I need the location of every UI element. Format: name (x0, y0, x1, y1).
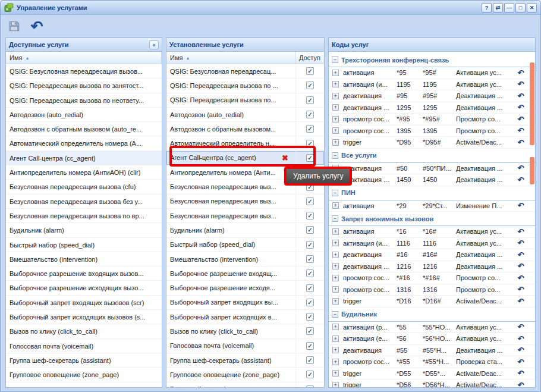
service-code-row[interactable]: +активация*95*95#Активация ус...↶ (329, 67, 535, 79)
undo-icon[interactable]: ↶ (512, 322, 529, 331)
available-service-row[interactable]: Групповое оповещение (zone_page) (6, 368, 162, 382)
undo-icon[interactable]: ↶ (512, 274, 529, 283)
installed-service-row[interactable]: Выборочное разрешение входящ...✓ (166, 266, 324, 281)
undo-icon[interactable]: ↶ (512, 201, 529, 210)
installed-service-row[interactable]: Автодозвон (auto_redial)✓ (166, 108, 324, 122)
minimize-button[interactable]: — (504, 3, 514, 12)
undo-icon[interactable]: ↶ (512, 357, 529, 366)
undo-button[interactable]: ↶ (28, 17, 46, 35)
available-service-row[interactable]: Выборочный запрет входящих вызовов (scr) (6, 296, 162, 310)
access-checkbox[interactable]: ✓ (306, 284, 314, 292)
undo-icon[interactable]: ↶ (512, 115, 529, 124)
service-code-row[interactable]: +активация (и...11161116Активация ус...↶ (329, 238, 535, 250)
expand-row-icon[interactable]: + (332, 298, 339, 305)
available-service-row[interactable]: Вызов по клику (click_to_call) (6, 324, 162, 338)
access-checkbox[interactable]: ✓ (306, 197, 314, 205)
installed-service-row[interactable]: Выборочный запрет входящих вы...✓ (166, 296, 324, 310)
service-code-row[interactable]: +активация*29*29*Ст...Изменение П...↶ (329, 200, 535, 212)
undo-icon[interactable]: ↶ (512, 369, 529, 378)
access-checkbox[interactable]: ✓ (306, 299, 314, 306)
access-checkbox[interactable]: ✓ (306, 356, 314, 364)
available-service-row[interactable]: Групповой вызов (спа... (6, 382, 162, 387)
installed-service-row[interactable]: Выборочный запрет исходящих в...✓ (166, 310, 324, 324)
collapse-group-icon[interactable]: − (332, 152, 338, 159)
access-checkbox[interactable]: ✓ (306, 140, 314, 148)
available-service-row[interactable]: Выборочный запрет исходящих вызовов (s..… (6, 310, 162, 324)
access-checkbox[interactable]: ✓ (306, 67, 314, 75)
collapse-group-icon[interactable]: − (332, 215, 338, 222)
access-checkbox[interactable]: ✓ (306, 154, 314, 162)
expand-row-icon[interactable]: + (332, 70, 339, 76)
access-checkbox[interactable]: ✓ (306, 125, 314, 133)
installed-service-row[interactable]: Агент Call-центра (cc_agent)✖✓ (166, 151, 324, 165)
service-code-row[interactable]: +деактивация ...12161216Деактивация ...↶ (329, 261, 535, 273)
access-checkbox[interactable]: ✓ (306, 269, 314, 277)
access-checkbox[interactable]: ✓ (306, 385, 314, 387)
available-service-row[interactable]: Выборочное разрешение исходящих вызо... (6, 281, 162, 295)
undo-icon[interactable]: ↶ (512, 262, 529, 271)
code-group-row[interactable]: −Запрет анонимных вызовов (329, 212, 535, 226)
expand-row-icon[interactable]: + (332, 116, 339, 123)
expand-row-icon[interactable]: + (332, 240, 339, 246)
expand-row-icon[interactable]: + (332, 252, 339, 258)
expand-row-icon[interactable]: + (332, 324, 339, 330)
undo-icon[interactable]: ↶ (512, 175, 529, 184)
installed-service-row[interactable]: Вызов по клику (click_to_call)✓ (166, 324, 324, 338)
expand-row-icon[interactable]: + (332, 104, 339, 111)
access-checkbox[interactable]: ✓ (306, 371, 314, 378)
installed-service-row[interactable]: Безусловная переадресация выз...✓ (166, 195, 324, 209)
service-code-row[interactable]: +деактивация#55#55*Н...Деактивация ...↶ (329, 345, 535, 357)
installed-service-row[interactable]: Групповое оповещение (zone_page)✓ (166, 368, 324, 382)
undo-icon[interactable]: ↶ (512, 239, 529, 247)
expand-row-icon[interactable]: + (332, 347, 339, 353)
available-service-row[interactable]: Антиопределитель номера (АнтиАОН) (clir) (6, 165, 162, 180)
expand-row-icon[interactable]: + (332, 127, 339, 134)
undo-icon[interactable]: ↶ (512, 80, 529, 89)
expand-row-icon[interactable]: + (332, 275, 339, 281)
service-code-row[interactable]: +деактивация ...14501450Деактивация ...↶ (329, 174, 535, 186)
code-group-row[interactable]: −Все услуги (329, 149, 535, 163)
service-code-row[interactable]: +просмотр сос...*#95*#95#Просмотр со...↶ (329, 114, 535, 126)
collapse-panel-button[interactable]: « (149, 40, 159, 49)
installed-service-row[interactable]: Будильник (alarm)✓ (166, 223, 324, 237)
available-service-row[interactable]: Агент Call-центра (cc_agent) (6, 151, 162, 165)
installed-service-row[interactable]: Групповой вызов (спа...✓ (166, 382, 324, 387)
service-code-row[interactable]: +активация (е...*56*56*НО...Активация ус… (329, 333, 535, 345)
installed-service-row[interactable]: Группа шеф-секретарь (assistant)✓ (166, 353, 324, 368)
expand-row-icon[interactable]: + (332, 81, 339, 87)
collapse-group-icon[interactable]: − (332, 190, 338, 196)
available-service-row[interactable]: Вмешательство (intervention) (6, 252, 162, 266)
save-button[interactable] (5, 17, 23, 35)
service-code-row[interactable]: +просмотр сос...13951395Просмотр со...↶ (329, 126, 535, 137)
collapse-group-icon[interactable]: − (332, 57, 338, 63)
delete-service-icon[interactable]: ✖ (282, 153, 292, 162)
undo-icon[interactable]: ↶ (512, 103, 529, 112)
access-checkbox[interactable]: ✓ (306, 226, 314, 234)
service-code-row[interactable]: +trigger*D95*D95#Activate/Deac...↶ (329, 137, 535, 149)
expand-row-icon[interactable]: + (332, 263, 339, 269)
access-checkbox[interactable]: ✓ (306, 212, 314, 219)
available-service-row[interactable]: Быстрый набор (speed_dial) (6, 238, 162, 252)
expand-row-icon[interactable]: + (332, 139, 339, 146)
available-service-row[interactable]: Автоматический определитель номера (А... (6, 136, 162, 150)
available-service-row[interactable]: Выборочное разрешение входящих вызов... (6, 266, 162, 281)
expand-row-icon[interactable]: + (332, 228, 339, 235)
service-code-row[interactable]: +активация (и...11951195Активация ус...↶ (329, 79, 535, 91)
available-service-row[interactable]: Группа шеф-секретарь (assistant) (6, 353, 162, 368)
help-button[interactable]: ? (482, 3, 492, 12)
service-code-row[interactable]: +активация*16*16#Активация ус...↶ (329, 226, 535, 238)
undo-icon[interactable]: ↶ (512, 285, 529, 294)
installed-service-row[interactable]: QSIG: Переадресация вызова по...✓ (166, 93, 324, 108)
access-checkbox[interactable]: ✓ (306, 313, 314, 321)
close-button[interactable]: ✕ (527, 3, 537, 12)
undo-icon[interactable]: ↶ (512, 297, 529, 306)
available-service-row[interactable]: Автодозвон с обратным вызовом (auto_re..… (6, 122, 162, 136)
access-checkbox[interactable]: ✓ (306, 111, 314, 118)
installed-service-row[interactable]: Голосовая почта (voicemail)✓ (166, 339, 324, 353)
service-code-row[interactable]: +деактивация ...12951295Деактивация ...↶ (329, 102, 535, 114)
available-service-row[interactable]: QSIG: Переадресация вызова по занятост..… (6, 79, 162, 93)
service-code-row[interactable]: +деактивация#95#95#Деактивация ...↶ (329, 90, 535, 102)
available-service-row[interactable]: Безусловная переадресация вызова без у..… (6, 195, 162, 209)
expand-row-icon[interactable]: + (332, 382, 339, 387)
available-service-row[interactable]: Безусловная переадресация вызова (cfu) (6, 180, 162, 194)
